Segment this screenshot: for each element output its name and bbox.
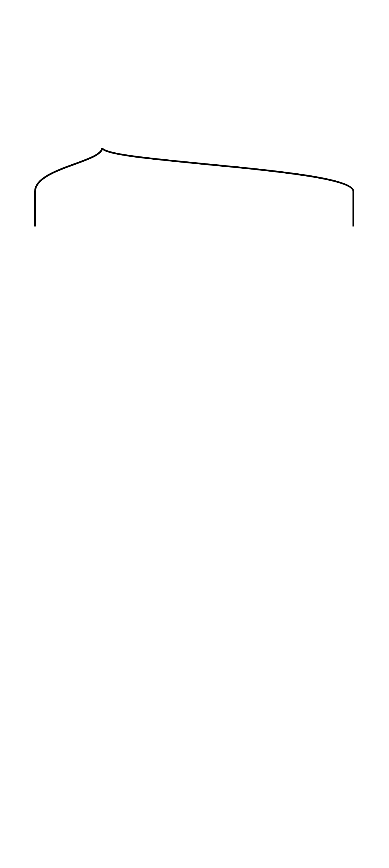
- brace-icon: [26, 145, 362, 232]
- figure-1: [0, 0, 389, 868]
